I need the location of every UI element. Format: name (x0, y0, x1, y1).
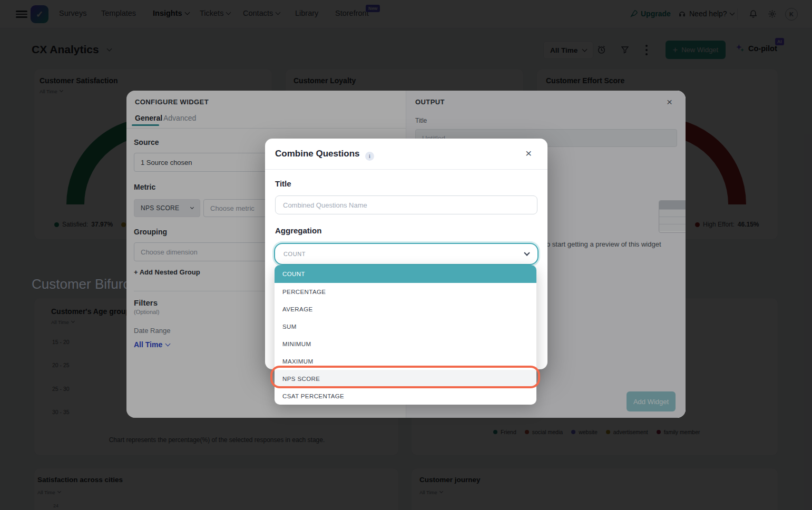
chevron-down-icon (190, 205, 194, 209)
output-field-label: Title (415, 117, 427, 124)
option-percentage[interactable]: PERCENTAGE (275, 283, 536, 300)
aggregation-dropdown-list: COUNT PERCENTAGE AVERAGE SUM MINIMUM MAX… (275, 265, 536, 405)
add-nested-group-button[interactable]: + Add Nested Group (134, 268, 200, 276)
date-range-label: Date Range (134, 327, 170, 335)
table-placeholder-icon (659, 200, 686, 233)
metric-type-select[interactable]: NPS SCORE (134, 199, 200, 217)
close-icon[interactable]: × (525, 148, 532, 159)
divider (265, 169, 547, 170)
modal-title: Combine Questions (275, 149, 360, 159)
app-window: ✓ Surveys Templates Insights Tickets Con… (0, 0, 812, 510)
info-icon[interactable]: i (365, 152, 374, 161)
filters-optional-label: (Optional) (134, 309, 159, 315)
plus-icon: + (134, 268, 138, 276)
output-title: OUTPUT (415, 98, 445, 106)
aggregation-select[interactable]: COUNT (274, 243, 539, 265)
active-tab-indicator (132, 124, 159, 126)
option-minimum[interactable]: MINIMUM (275, 335, 536, 352)
option-average[interactable]: AVERAGE (275, 300, 536, 318)
chevron-down-icon (165, 341, 171, 346)
grouping-label: Grouping (134, 228, 167, 236)
option-sum[interactable]: SUM (275, 318, 536, 335)
source-label: Source (134, 138, 159, 146)
option-count[interactable]: COUNT (275, 265, 536, 283)
aggregation-label: Aggregation (275, 226, 321, 235)
metric-label: Metric (134, 183, 155, 191)
combined-questions-name-input[interactable] (275, 195, 537, 214)
divider (126, 128, 406, 129)
add-widget-button[interactable]: Add Widget (627, 391, 676, 411)
option-csat-percentage[interactable]: CSAT PERCENTAGE (275, 387, 536, 405)
drawer-title: CONFIGURE WIDGET (135, 98, 209, 106)
filters-label: Filters (134, 298, 158, 307)
chevron-down-icon (524, 250, 530, 256)
combined-title-label: Title (275, 179, 291, 188)
option-nps-score[interactable]: NPS SCORE (275, 370, 536, 387)
tab-advanced[interactable]: Advanced (163, 114, 196, 122)
preview-hint-text: o start getting a preview of this widget (546, 240, 661, 248)
date-range-value-link[interactable]: All Time (134, 340, 170, 349)
option-maximum[interactable]: MAXIMUM (275, 352, 536, 370)
tab-general[interactable]: General (135, 114, 162, 122)
close-icon[interactable]: × (667, 97, 672, 107)
